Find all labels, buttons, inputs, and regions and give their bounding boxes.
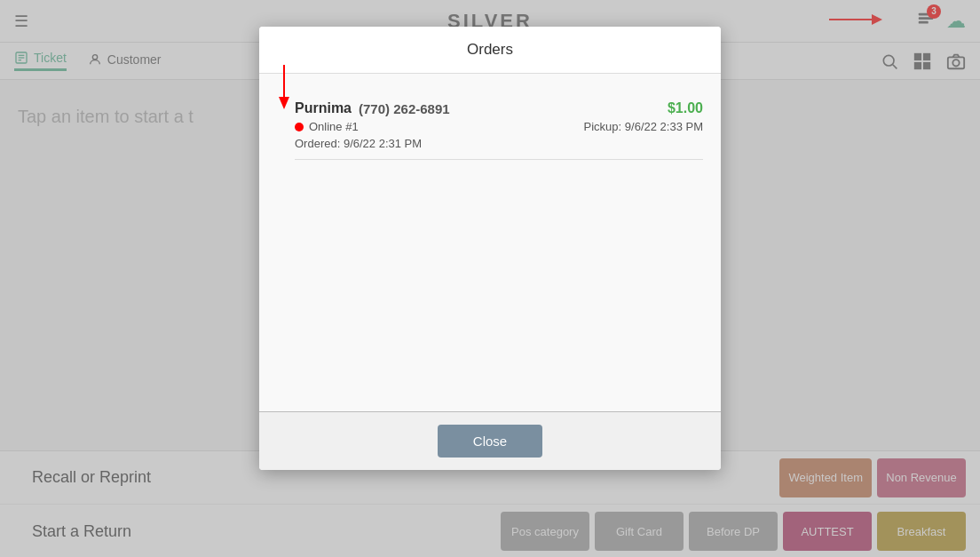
order-name: Purnima (770) 262-6891 [295,100,450,116]
ordered-time: 9/6/22 2:31 PM [344,137,422,150]
order-row-container: Purnima (770) 262-6891 $1.00 Online #1 P… [277,92,703,160]
order-phone: (770) 262-6891 [359,101,450,116]
pickup-time: 9/6/22 2:33 PM [625,120,703,133]
order-name-text: Purnima [295,100,352,116]
order-item-bottom: Ordered: 9/6/22 2:31 PM [295,137,703,150]
ordered-label: Ordered: [295,137,340,150]
modal-overlay: Orders Purnima (770) 262-6891 [0,0,980,557]
order-list-item[interactable]: Purnima (770) 262-6891 $1.00 Online #1 P… [295,92,703,160]
order-pickup: Pickup: 9/6/22 2:33 PM [584,120,703,133]
order-down-arrow [277,65,291,109]
svg-marker-19 [279,97,289,109]
order-number: Online #1 [295,120,359,133]
modal-body: Purnima (770) 262-6891 $1.00 Online #1 P… [259,74,721,411]
close-button[interactable]: Close [438,425,542,458]
modal-footer: Close [259,411,721,470]
order-status-dot [295,123,304,131]
modal-title: Orders [259,27,721,74]
order-number-text: Online #1 [309,120,359,133]
order-item-top: Purnima (770) 262-6891 $1.00 [295,100,703,116]
order-amount: $1.00 [668,100,703,116]
order-item-mid: Online #1 Pickup: 9/6/22 2:33 PM [295,120,703,133]
pickup-label: Pickup: [584,120,622,133]
orders-modal: Orders Purnima (770) 262-6891 [259,27,721,470]
